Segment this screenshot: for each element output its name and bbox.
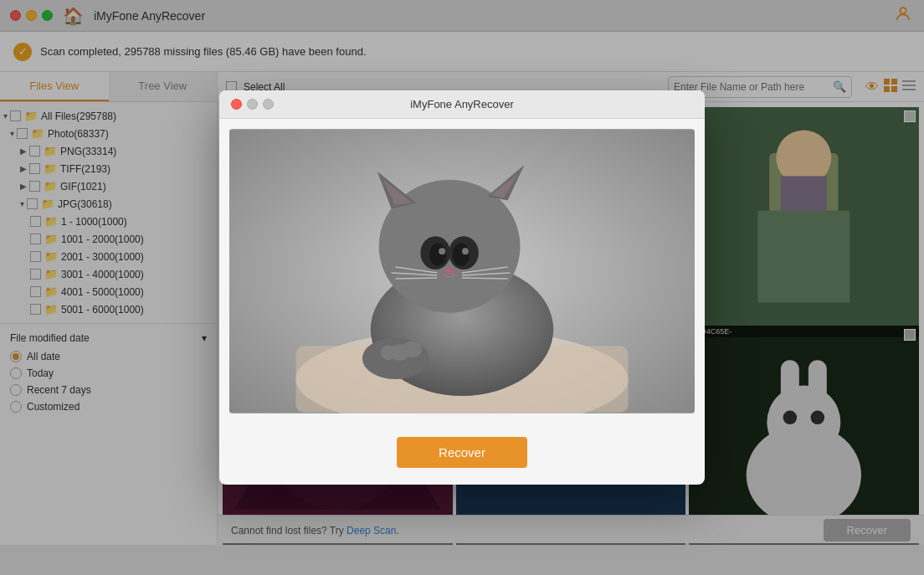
cat-preview-svg [229,129,695,413]
svg-point-62 [403,341,423,357]
svg-point-51 [439,248,445,254]
modal-maximize-button[interactable] [263,99,274,110]
svg-line-56 [396,278,438,279]
recover-button-modal[interactable]: Recover [397,437,527,468]
modal-close-button[interactable] [231,99,242,110]
svg-point-53 [444,268,454,275]
modal-title: iMyFone AnyRecover [410,98,514,110]
svg-point-63 [381,345,398,360]
modal-traffic-lights [231,99,274,110]
svg-point-49 [429,243,446,266]
modal-overlay: iMyFone AnyRecover [0,0,924,575]
modal-image[interactable] [229,129,695,413]
modal-body [219,119,705,424]
svg-line-59 [462,278,508,279]
preview-modal: iMyFone AnyRecover [219,90,705,485]
modal-titlebar: iMyFone AnyRecover [219,90,705,119]
modal-footer: Recover [219,424,705,485]
svg-point-50 [453,243,470,266]
modal-minimize-button[interactable] [247,99,258,110]
svg-point-52 [462,248,469,254]
